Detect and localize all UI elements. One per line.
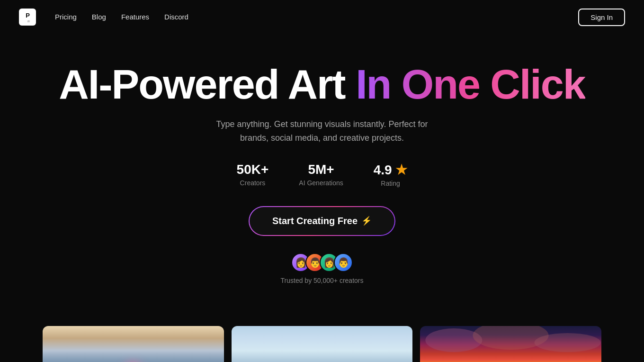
- nav-item-features[interactable]: Features: [121, 13, 149, 21]
- sign-in-button[interactable]: Sign In: [578, 9, 625, 26]
- nav-link-blog[interactable]: Blog: [92, 13, 106, 21]
- gallery-section: [0, 326, 644, 362]
- hero-title-white: AI-Powered Art: [59, 61, 345, 108]
- trust-avatars: 👩 👨 👩 👨: [291, 253, 353, 272]
- navbar: P ai Pricing Blog Features Discord Sign …: [0, 0, 644, 34]
- star-icon: ★: [395, 163, 407, 177]
- stats-section: 50K+ Creators 5M+ AI Generations 4.9 ★ R…: [237, 162, 408, 187]
- gallery-item-1: [43, 326, 224, 362]
- stat-generations: 5M+ AI Generations: [299, 162, 343, 187]
- stat-creators-label: Creators: [240, 179, 266, 187]
- trust-section: 👩 👨 👩 👨 Trusted by 50,000+ creators: [281, 253, 364, 284]
- gallery-item-2: [232, 326, 413, 362]
- nav-item-discord[interactable]: Discord: [164, 13, 188, 21]
- avatar-face-4: 👨: [335, 254, 352, 271]
- stat-creators-value: 50K+: [237, 162, 269, 177]
- nav-item-blog[interactable]: Blog: [92, 13, 106, 21]
- navbar-left: P ai Pricing Blog Features Discord: [19, 9, 188, 26]
- hero-title-gradient: In One Click: [356, 61, 585, 108]
- cta-button-label: Start Creating Free: [272, 216, 358, 226]
- stat-creators: 50K+ Creators: [237, 162, 269, 187]
- cta-button[interactable]: Start Creating Free ⚡: [250, 207, 394, 235]
- avatar-4: 👨: [334, 253, 353, 272]
- trust-text: Trusted by 50,000+ creators: [281, 277, 364, 284]
- nav-link-discord[interactable]: Discord: [164, 13, 188, 21]
- hero-subtitle: Type anything. Get stunning visuals inst…: [208, 118, 436, 145]
- nav-link-pricing[interactable]: Pricing: [55, 13, 77, 21]
- hero-title: AI-Powered Art In One Click: [59, 63, 585, 106]
- logo-sub: ai: [26, 19, 29, 23]
- nav-item-pricing[interactable]: Pricing: [55, 13, 77, 21]
- stat-generations-value: 5M+: [308, 162, 334, 177]
- stat-rating-label: Rating: [381, 180, 400, 187]
- stat-rating: 4.9 ★ Rating: [374, 162, 408, 187]
- stat-generations-label: AI Generations: [299, 179, 343, 187]
- nav-links: Pricing Blog Features Discord: [55, 13, 188, 21]
- cta-button-wrapper[interactable]: Start Creating Free ⚡: [249, 206, 395, 236]
- bolt-icon: ⚡: [361, 216, 372, 226]
- nav-link-features[interactable]: Features: [121, 13, 149, 21]
- stat-rating-value: 4.9 ★: [374, 162, 408, 178]
- hero-section: AI-Powered Art In One Click Type anythin…: [0, 34, 644, 326]
- gallery-item-3: [420, 326, 601, 362]
- logo-letter: P: [26, 12, 29, 19]
- logo[interactable]: P ai: [19, 9, 36, 26]
